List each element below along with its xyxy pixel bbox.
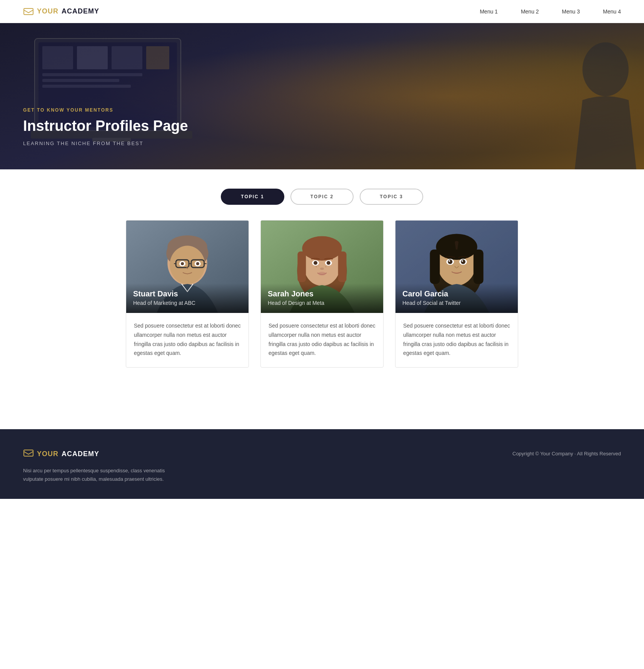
svg-point-36 xyxy=(314,261,317,265)
nav-item-menu2[interactable]: Menu 2 xyxy=(521,8,539,15)
spacer xyxy=(0,398,644,429)
instructor-card-2: Sarah Jones Head of Design at Meta Sed p… xyxy=(260,220,384,368)
svg-point-39 xyxy=(318,272,326,276)
footer-copyright: Copyright © Your Company · All Rights Re… xyxy=(512,448,621,457)
svg-point-53 xyxy=(461,259,465,264)
footer-logo-icon xyxy=(23,448,34,460)
hero-subtitle: LEARNING THE NICHE FROM THE BEST xyxy=(23,140,188,146)
nav-menu: Menu 1 Menu 2 Menu 3 Menu 4 xyxy=(480,8,621,15)
svg-rect-48 xyxy=(430,249,440,284)
svg-rect-9 xyxy=(42,85,131,88)
footer-logo-academy: ACADEMY xyxy=(62,450,99,458)
svg-point-27 xyxy=(196,262,199,265)
svg-rect-56 xyxy=(24,450,33,456)
tab-topic2[interactable]: TOPIC 2 xyxy=(290,189,354,205)
footer-left: YOURACADEMY Nisi arcu per tempus pellent… xyxy=(23,448,177,483)
hero-eyebrow: GET TO KNOW YOUR MENTORS xyxy=(23,107,188,113)
svg-point-42 xyxy=(325,266,326,268)
card-image-3: Carol Garcia Head of Social at Twitter xyxy=(395,221,518,313)
card-overlay-1: Stuart Davis Head of Marketing at ABC xyxy=(126,283,249,313)
tab-topic3[interactable]: TOPIC 3 xyxy=(360,189,423,205)
svg-point-41 xyxy=(318,266,319,266)
nav-item-menu1[interactable]: Menu 1 xyxy=(480,8,498,15)
hero-content: GET TO KNOW YOUR MENTORS Instructor Prof… xyxy=(23,107,188,146)
card-image-2: Sarah Jones Head of Design at Meta xyxy=(261,221,383,313)
svg-rect-7 xyxy=(42,73,142,76)
nav-item-menu4[interactable]: Menu 4 xyxy=(603,8,621,15)
tabs-container: TOPIC 1 TOPIC 2 TOPIC 3 xyxy=(0,169,644,220)
card-image-1: Stuart Davis Head of Marketing at ABC xyxy=(126,221,249,313)
svg-rect-3 xyxy=(42,46,73,69)
card-overlay-2: Sarah Jones Head of Design at Meta xyxy=(261,283,383,313)
logo[interactable]: YOURACADEMY xyxy=(23,7,99,16)
svg-point-38 xyxy=(320,268,324,270)
hero-title: Instructor Profiles Page xyxy=(23,117,188,135)
instructor-desc-2: Sed posuere consectetur est at loborti d… xyxy=(269,321,375,358)
svg-rect-0 xyxy=(24,8,33,15)
instructor-name-1: Stuart Davis xyxy=(133,289,242,298)
instructor-role-3: Head of Social at Twitter xyxy=(402,300,511,306)
instructor-role-1: Head of Marketing at ABC xyxy=(133,300,242,306)
instructor-role-2: Head of Design at Meta xyxy=(268,300,376,306)
svg-point-54 xyxy=(449,260,450,262)
svg-point-55 xyxy=(462,260,463,262)
instructor-card-3: Carol Garcia Head of Social at Twitter S… xyxy=(395,220,518,368)
svg-point-37 xyxy=(327,261,330,265)
svg-point-52 xyxy=(448,259,452,264)
logo-icon xyxy=(23,7,34,16)
svg-rect-4 xyxy=(77,46,108,69)
svg-rect-6 xyxy=(146,46,169,69)
instructors-grid: Stuart Davis Head of Marketing at ABC Se… xyxy=(0,220,644,398)
logo-academy: ACADEMY xyxy=(62,7,99,15)
card-body-3: Sed posuere consectetur est at loborti d… xyxy=(395,313,518,367)
svg-point-12 xyxy=(582,42,629,96)
instructor-name-3: Carol Garcia xyxy=(402,289,511,298)
card-body-2: Sed posuere consectetur est at loborti d… xyxy=(261,313,383,367)
svg-point-31 xyxy=(302,236,342,261)
instructor-desc-1: Sed posuere consectetur est at loborti d… xyxy=(134,321,241,358)
svg-rect-32 xyxy=(297,251,306,282)
svg-rect-8 xyxy=(42,79,119,82)
instructor-desc-3: Sed posuere consectetur est at loborti d… xyxy=(403,321,510,358)
navbar: YOURACADEMY Menu 1 Menu 2 Menu 3 Menu 4 xyxy=(0,0,644,23)
svg-point-40 xyxy=(316,266,317,268)
copyright-text: Copyright © Your Company · All Rights Re… xyxy=(512,451,621,457)
svg-rect-49 xyxy=(474,249,484,284)
nav-item-menu3[interactable]: Menu 3 xyxy=(562,8,580,15)
logo-your: YOUR xyxy=(37,7,58,15)
footer-logo: YOURACADEMY xyxy=(23,448,177,460)
hero-section: GET TO KNOW YOUR MENTORS Instructor Prof… xyxy=(0,23,644,169)
svg-rect-33 xyxy=(338,251,347,282)
instructor-card-1: Stuart Davis Head of Marketing at ABC Se… xyxy=(126,220,249,368)
footer-logo-your: YOUR xyxy=(37,450,58,458)
card-overlay-3: Carol Garcia Head of Social at Twitter xyxy=(395,283,518,313)
footer: YOURACADEMY Nisi arcu per tempus pellent… xyxy=(0,429,644,499)
svg-point-26 xyxy=(181,262,184,265)
svg-rect-5 xyxy=(112,46,142,69)
footer-description: Nisi arcu per tempus pellentesque suspen… xyxy=(23,467,177,483)
instructor-name-2: Sarah Jones xyxy=(268,289,376,298)
card-body-1: Sed posuere consectetur est at loborti d… xyxy=(126,313,249,367)
tab-topic1[interactable]: TOPIC 1 xyxy=(221,189,284,205)
